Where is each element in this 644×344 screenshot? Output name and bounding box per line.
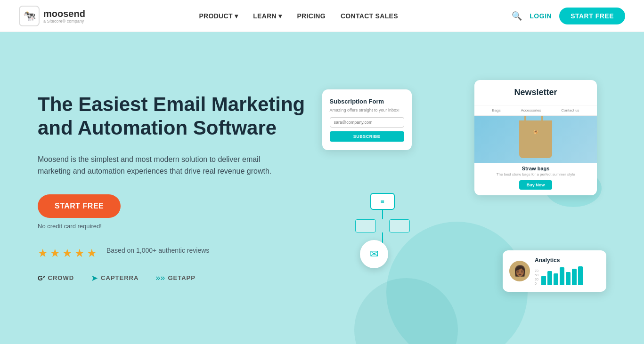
newsletter-product-name: Straw bags bbox=[474, 163, 597, 172]
newsletter-product-image: 🧺 bbox=[474, 116, 597, 163]
flow-branch-right bbox=[389, 219, 410, 232]
star-rating: ★ ★ ★ ★ ★ bbox=[38, 247, 97, 260]
newsletter-nav-bags[interactable]: Bags bbox=[492, 108, 500, 112]
analytics-bar-2 bbox=[547, 271, 552, 285]
analytics-y-labels: 70 50 30 0 bbox=[535, 269, 538, 285]
g2-label: CROWD bbox=[48, 274, 74, 281]
star-5: ★ bbox=[87, 247, 97, 260]
star-2: ★ bbox=[50, 247, 60, 260]
login-button[interactable]: LOGIN bbox=[530, 12, 552, 20]
star-4: ★ bbox=[74, 247, 85, 260]
logo-subtitle: a Sitecore® company bbox=[43, 19, 85, 24]
nav-right: 🔍 LOGIN START FREE bbox=[512, 8, 625, 24]
getapp-icon: »» bbox=[155, 273, 165, 283]
email-node: ✉ bbox=[360, 240, 388, 268]
nav-learn[interactable]: LEARN ▾ bbox=[253, 12, 282, 20]
reviews-text: Based on 1,000+ authentic reviews bbox=[106, 247, 209, 254]
nav-product[interactable]: PRODUCT ▾ bbox=[199, 12, 238, 20]
star-1: ★ bbox=[38, 247, 48, 260]
flow-start-icon: ≡ bbox=[380, 198, 384, 205]
sub-form-email-input[interactable] bbox=[330, 117, 404, 128]
capterra-icon: ➤ bbox=[91, 273, 98, 283]
hero-description: Moosend is the simplest and most modern … bbox=[38, 153, 273, 177]
badge-g2: G² CROWD bbox=[38, 274, 74, 282]
review-badges: G² CROWD ➤ Capterra »» GetApp bbox=[38, 273, 322, 283]
flow-line-1 bbox=[382, 210, 383, 219]
getapp-label: GetApp bbox=[168, 274, 196, 281]
analytics-bar-5 bbox=[566, 272, 571, 285]
analytics-bar-7 bbox=[578, 266, 583, 285]
automation-flow: ≡ bbox=[355, 193, 410, 247]
newsletter-product-desc: The best straw bags for a perfect summer… bbox=[474, 172, 597, 180]
analytics-bar-4 bbox=[560, 267, 564, 285]
subscribe-button[interactable]: SUBSCRIBE bbox=[330, 131, 404, 142]
analytics-avatar: 👩🏾 bbox=[509, 261, 530, 281]
logo-text: moosend a Sitecore® company bbox=[43, 8, 85, 24]
nav-contact-sales[interactable]: CONTACT SALES bbox=[341, 12, 398, 20]
no-credit-label: No credit card required! bbox=[38, 223, 322, 230]
flow-node-right bbox=[389, 219, 410, 232]
flow-branch-left bbox=[355, 219, 376, 232]
capterra-label: Capterra bbox=[101, 274, 139, 281]
g2-icon: G² bbox=[38, 274, 45, 282]
hero-left: The Easiest Email Marketing and Automati… bbox=[38, 93, 322, 283]
analytics-bar-1 bbox=[541, 276, 546, 285]
newsletter-card: Newsletter Bags Accessories Contact us 🧺… bbox=[474, 80, 597, 195]
newsletter-nav-accessories[interactable]: Accessories bbox=[521, 108, 541, 112]
newsletter-nav: Bags Accessories Contact us bbox=[474, 105, 597, 116]
bag-visual: 🧺 bbox=[519, 120, 552, 158]
star-3: ★ bbox=[62, 247, 73, 260]
subscription-form-card: Subscription Form Amazing offers straigh… bbox=[322, 89, 412, 150]
navigation: 🐄 moosend a Sitecore® company PRODUCT ▾ … bbox=[0, 0, 644, 32]
newsletter-buy-button[interactable]: Buy Now bbox=[519, 180, 553, 190]
logo-icon: 🐄 bbox=[19, 6, 40, 26]
nav-links: PRODUCT ▾ LEARN ▾ PRICING CONTACT SALES bbox=[199, 12, 398, 20]
analytics-bar-3 bbox=[554, 273, 558, 285]
newsletter-header: Newsletter bbox=[474, 80, 597, 105]
flow-branches bbox=[355, 219, 410, 232]
start-free-nav-button[interactable]: START FREE bbox=[559, 8, 625, 24]
analytics-bars bbox=[541, 266, 583, 285]
logo-name: moosend bbox=[43, 8, 85, 19]
sub-form-desc: Amazing offers straight to your inbox! bbox=[330, 108, 404, 112]
avatar-emoji: 👩🏾 bbox=[514, 265, 526, 277]
bag-handle bbox=[524, 116, 543, 121]
logo[interactable]: 🐄 moosend a Sitecore® company bbox=[19, 6, 85, 26]
badge-getapp: »» GetApp bbox=[155, 273, 196, 283]
nav-pricing[interactable]: PRICING bbox=[297, 12, 325, 20]
sub-form-title: Subscription Form bbox=[330, 98, 404, 105]
badge-capterra: ➤ Capterra bbox=[91, 273, 139, 283]
analytics-title: Analytics bbox=[535, 257, 600, 264]
hero-section: The Easiest Email Marketing and Automati… bbox=[0, 32, 644, 344]
search-icon[interactable]: 🔍 bbox=[512, 11, 522, 21]
hero-title: The Easiest Email Marketing and Automati… bbox=[38, 93, 322, 140]
flow-node-left bbox=[355, 219, 376, 232]
stars-row: ★ ★ ★ ★ ★ Based on 1,000+ authentic revi… bbox=[38, 247, 322, 264]
hero-start-free-button[interactable]: START FREE bbox=[38, 194, 121, 218]
newsletter-title: Newsletter bbox=[482, 88, 589, 97]
analytics-bar-6 bbox=[572, 269, 577, 285]
analytics-card: 👩🏾 Analytics 70 50 30 0 bbox=[503, 250, 606, 292]
newsletter-nav-contact[interactable]: Contact us bbox=[561, 108, 579, 112]
flow-start-node: ≡ bbox=[370, 193, 395, 210]
email-icon: ✉ bbox=[370, 248, 378, 260]
analytics-content: Analytics 70 50 30 0 bbox=[535, 257, 600, 285]
